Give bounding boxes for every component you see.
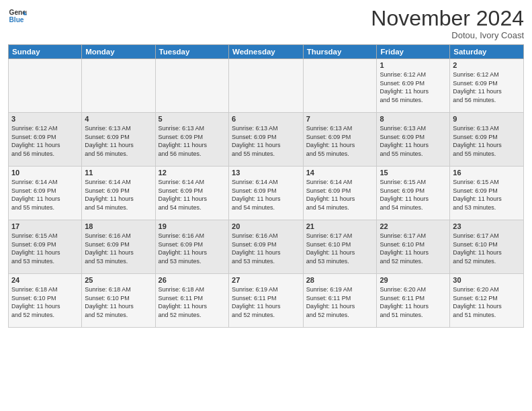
calendar-cell: 21Sunrise: 6:17 AM Sunset: 6:10 PM Dayli… xyxy=(303,220,377,274)
day-number: 26 xyxy=(159,276,226,284)
day-number: 10 xyxy=(11,169,79,177)
calendar-cell xyxy=(9,59,82,113)
calendar-cell: 24Sunrise: 6:18 AM Sunset: 6:10 PM Dayli… xyxy=(9,274,82,328)
calendar-cell: 11Sunrise: 6:14 AM Sunset: 6:09 PM Dayli… xyxy=(82,167,155,220)
day-number: 17 xyxy=(11,222,79,230)
day-info: Sunrise: 6:16 AM Sunset: 6:09 PM Dayligh… xyxy=(159,232,226,265)
day-info: Sunrise: 6:13 AM Sunset: 6:09 PM Dayligh… xyxy=(232,124,300,158)
day-info: Sunrise: 6:12 AM Sunset: 6:09 PM Dayligh… xyxy=(453,71,521,104)
day-info: Sunrise: 6:20 AM Sunset: 6:11 PM Dayligh… xyxy=(380,285,447,319)
logo: General Blue xyxy=(8,7,27,26)
day-number: 28 xyxy=(306,276,374,284)
weekday-header-saturday: Saturday xyxy=(450,45,524,59)
calendar-cell: 29Sunrise: 6:20 AM Sunset: 6:11 PM Dayli… xyxy=(377,274,450,328)
day-info: Sunrise: 6:14 AM Sunset: 6:09 PM Dayligh… xyxy=(159,178,226,212)
day-info: Sunrise: 6:20 AM Sunset: 6:12 PM Dayligh… xyxy=(453,285,521,319)
location: Dotou, Ivory Coast xyxy=(371,30,524,40)
day-number: 27 xyxy=(232,276,300,284)
calendar-cell: 20Sunrise: 6:16 AM Sunset: 6:09 PM Dayli… xyxy=(229,220,304,274)
calendar-cell: 17Sunrise: 6:15 AM Sunset: 6:09 PM Dayli… xyxy=(9,220,82,274)
calendar-cell: 8Sunrise: 6:13 AM Sunset: 6:09 PM Daylig… xyxy=(377,113,450,167)
day-info: Sunrise: 6:16 AM Sunset: 6:09 PM Dayligh… xyxy=(232,232,300,265)
calendar-cell: 7Sunrise: 6:13 AM Sunset: 6:09 PM Daylig… xyxy=(303,113,377,167)
day-number: 15 xyxy=(380,169,447,177)
day-info: Sunrise: 6:18 AM Sunset: 6:11 PM Dayligh… xyxy=(159,285,226,319)
day-number: 30 xyxy=(453,276,521,284)
day-number: 20 xyxy=(232,222,300,230)
day-info: Sunrise: 6:14 AM Sunset: 6:09 PM Dayligh… xyxy=(232,178,300,212)
weekday-header-tuesday: Tuesday xyxy=(155,45,228,59)
weekday-header-monday: Monday xyxy=(82,45,155,59)
day-info: Sunrise: 6:17 AM Sunset: 6:10 PM Dayligh… xyxy=(306,232,374,265)
day-number: 29 xyxy=(380,276,447,284)
day-number: 11 xyxy=(85,169,152,177)
day-number: 7 xyxy=(306,115,374,123)
calendar-cell: 3Sunrise: 6:12 AM Sunset: 6:09 PM Daylig… xyxy=(9,113,82,167)
weekday-header-friday: Friday xyxy=(377,45,450,59)
day-number: 3 xyxy=(11,115,79,123)
day-info: Sunrise: 6:12 AM Sunset: 6:09 PM Dayligh… xyxy=(11,124,79,158)
calendar-cell: 9Sunrise: 6:13 AM Sunset: 6:09 PM Daylig… xyxy=(450,113,524,167)
calendar: SundayMondayTuesdayWednesdayThursdayFrid… xyxy=(8,44,524,328)
day-number: 12 xyxy=(159,169,226,177)
calendar-cell: 15Sunrise: 6:15 AM Sunset: 6:09 PM Dayli… xyxy=(377,167,450,220)
day-info: Sunrise: 6:14 AM Sunset: 6:09 PM Dayligh… xyxy=(11,178,79,212)
day-number: 22 xyxy=(380,222,447,230)
day-number: 6 xyxy=(232,115,300,123)
calendar-cell xyxy=(82,59,155,113)
page: General Blue November 2024 Dotou, Ivory … xyxy=(0,0,532,411)
calendar-cell: 6Sunrise: 6:13 AM Sunset: 6:09 PM Daylig… xyxy=(229,113,304,167)
day-info: Sunrise: 6:13 AM Sunset: 6:09 PM Dayligh… xyxy=(159,124,226,158)
calendar-cell: 22Sunrise: 6:17 AM Sunset: 6:10 PM Dayli… xyxy=(377,220,450,274)
calendar-cell: 19Sunrise: 6:16 AM Sunset: 6:09 PM Dayli… xyxy=(155,220,228,274)
header: General Blue November 2024 Dotou, Ivory … xyxy=(8,7,524,40)
month-title: November 2024 xyxy=(371,7,524,30)
calendar-cell: 14Sunrise: 6:14 AM Sunset: 6:09 PM Dayli… xyxy=(303,167,377,220)
day-number: 19 xyxy=(159,222,226,230)
calendar-cell: 28Sunrise: 6:19 AM Sunset: 6:11 PM Dayli… xyxy=(303,274,377,328)
title-block: November 2024 Dotou, Ivory Coast xyxy=(371,7,524,40)
calendar-cell: 26Sunrise: 6:18 AM Sunset: 6:11 PM Dayli… xyxy=(155,274,228,328)
calendar-cell xyxy=(303,59,377,113)
day-info: Sunrise: 6:12 AM Sunset: 6:09 PM Dayligh… xyxy=(380,71,447,104)
day-info: Sunrise: 6:18 AM Sunset: 6:10 PM Dayligh… xyxy=(85,285,152,319)
calendar-cell: 13Sunrise: 6:14 AM Sunset: 6:09 PM Dayli… xyxy=(229,167,304,220)
day-number: 8 xyxy=(380,115,447,123)
calendar-cell: 4Sunrise: 6:13 AM Sunset: 6:09 PM Daylig… xyxy=(82,113,155,167)
day-number: 21 xyxy=(306,222,374,230)
calendar-cell: 16Sunrise: 6:15 AM Sunset: 6:09 PM Dayli… xyxy=(450,167,524,220)
day-info: Sunrise: 6:15 AM Sunset: 6:09 PM Dayligh… xyxy=(11,232,79,265)
day-number: 16 xyxy=(453,169,521,177)
day-info: Sunrise: 6:18 AM Sunset: 6:10 PM Dayligh… xyxy=(11,285,79,319)
calendar-cell xyxy=(155,59,228,113)
day-number: 13 xyxy=(232,169,300,177)
day-number: 24 xyxy=(11,276,79,284)
day-number: 23 xyxy=(453,222,521,230)
day-info: Sunrise: 6:13 AM Sunset: 6:09 PM Dayligh… xyxy=(306,124,374,158)
calendar-cell: 10Sunrise: 6:14 AM Sunset: 6:09 PM Dayli… xyxy=(9,167,82,220)
day-number: 18 xyxy=(85,222,152,230)
weekday-header-thursday: Thursday xyxy=(303,45,377,59)
day-info: Sunrise: 6:19 AM Sunset: 6:11 PM Dayligh… xyxy=(306,285,374,319)
day-info: Sunrise: 6:13 AM Sunset: 6:09 PM Dayligh… xyxy=(85,124,152,158)
day-number: 4 xyxy=(85,115,152,123)
calendar-cell xyxy=(229,59,304,113)
day-info: Sunrise: 6:13 AM Sunset: 6:09 PM Dayligh… xyxy=(453,124,521,158)
calendar-cell: 30Sunrise: 6:20 AM Sunset: 6:12 PM Dayli… xyxy=(450,274,524,328)
weekday-header-wednesday: Wednesday xyxy=(229,45,304,59)
day-info: Sunrise: 6:15 AM Sunset: 6:09 PM Dayligh… xyxy=(453,178,521,212)
day-number: 5 xyxy=(159,115,226,123)
calendar-cell: 5Sunrise: 6:13 AM Sunset: 6:09 PM Daylig… xyxy=(155,113,228,167)
svg-text:Blue: Blue xyxy=(9,16,24,24)
calendar-cell: 27Sunrise: 6:19 AM Sunset: 6:11 PM Dayli… xyxy=(229,274,304,328)
day-info: Sunrise: 6:13 AM Sunset: 6:09 PM Dayligh… xyxy=(380,124,447,158)
day-info: Sunrise: 6:15 AM Sunset: 6:09 PM Dayligh… xyxy=(380,178,447,212)
day-number: 25 xyxy=(85,276,152,284)
day-number: 9 xyxy=(453,115,521,123)
day-number: 14 xyxy=(306,169,374,177)
day-info: Sunrise: 6:14 AM Sunset: 6:09 PM Dayligh… xyxy=(306,178,374,212)
day-info: Sunrise: 6:17 AM Sunset: 6:10 PM Dayligh… xyxy=(380,232,447,265)
calendar-cell: 12Sunrise: 6:14 AM Sunset: 6:09 PM Dayli… xyxy=(155,167,228,220)
day-info: Sunrise: 6:16 AM Sunset: 6:09 PM Dayligh… xyxy=(85,232,152,265)
weekday-header-sunday: Sunday xyxy=(9,45,82,59)
